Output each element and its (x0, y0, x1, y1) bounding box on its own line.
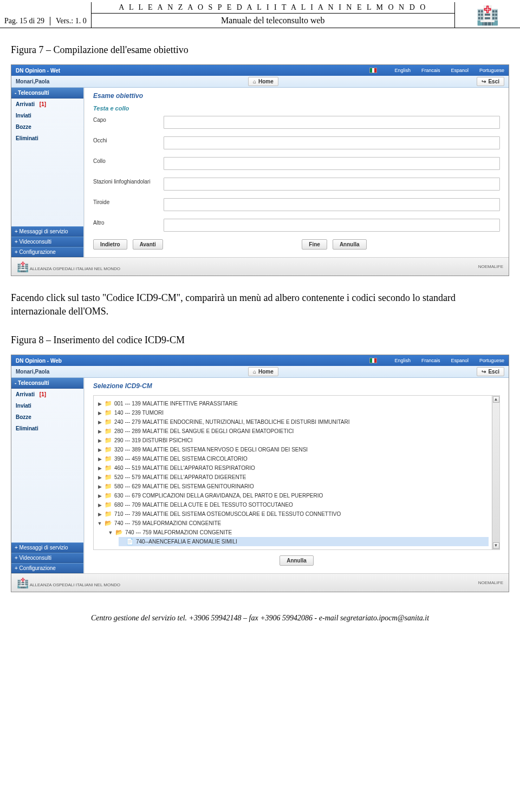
tree-row[interactable]: ▶📁460 --- 519 MALATTIE DELL'APPARATO RES… (97, 463, 489, 473)
field-tiroide: Tiroide (93, 198, 500, 211)
sidebar-item-eliminati[interactable]: Eliminati (11, 423, 83, 434)
annulla-button[interactable]: Annulla (333, 239, 367, 250)
scrollbar[interactable]: ▲ ▼ (492, 396, 499, 549)
tree-label: 710 --- 739 MALATTIE DEL SISTEMA OSTEOMU… (114, 511, 341, 517)
field-input-capo[interactable] (164, 116, 500, 129)
tree-row[interactable]: ▶📁240 --- 279 MALATTIE ENDOCRINE, NUTRIZ… (97, 417, 489, 427)
user-name: Monari,Paola (16, 369, 49, 375)
lang-francais[interactable]: Francais (421, 68, 440, 73)
button-row: Indietro Avanti Fine Annulla (93, 239, 500, 250)
sidebar-item-inviati[interactable]: Inviati (11, 110, 83, 121)
arrow-right-icon: ▶ (97, 502, 102, 508)
sidebar-item-arrivati[interactable]: Arrivati [1] (11, 99, 83, 110)
folder-icon: 📁 (105, 501, 112, 508)
org-name: A L L E A N Z A O S P E D A L I I T A L … (92, 2, 454, 14)
tree-row[interactable]: ▶📁580 --- 629 MALATTIE DEL SISTEMA GENIT… (97, 482, 489, 491)
tree-row[interactable]: ▶📁140 --- 239 TUMORI (97, 408, 489, 417)
page-header: Pag. 15 di 29 Vers.: 1. 0 A L L E A N Z … (0, 0, 520, 28)
tree-row-leaf-selected[interactable]: 📄740--ANENCEFALIA E ANOMALIE SIMILI (119, 537, 489, 546)
lang-espanol[interactable]: Espanol (451, 68, 469, 73)
folder-icon: 📁 (105, 437, 112, 444)
sidebar-expand-video[interactable]: + Videoconsulti (11, 553, 83, 563)
folder-open-icon: 📂 (115, 529, 123, 536)
exit-button[interactable]: ↪ Esci (477, 77, 504, 86)
org-logo-icon: 🏥 (476, 4, 499, 26)
folder-icon: 📁 (105, 455, 112, 462)
tree-label: 240 --- 279 MALATTIE ENDOCRINE, NUTRIZIO… (114, 419, 350, 425)
tree-row[interactable]: ▶📁630 --- 679 COMPLICAZIONI DELLA GRAVID… (97, 491, 489, 500)
lang-portuguese[interactable]: Portuguese (479, 68, 504, 73)
sidebar-head-teleconsulti[interactable]: - Teleconsulti (11, 88, 83, 99)
scroll-down-icon[interactable]: ▼ (493, 542, 499, 549)
exit-icon: ↪ (482, 369, 486, 375)
field-label: Collo (93, 157, 164, 164)
lang-portuguese[interactable]: Portuguese (479, 358, 504, 363)
footer-bar: 🏥 ALLEANZA OSPEDALI ITALIANI NEL MONDO N… (11, 573, 509, 592)
annulla-button[interactable]: Annulla (280, 555, 314, 566)
sidebar-expand-messaggi[interactable]: + Messaggi di servizio (11, 542, 83, 553)
page-header-mid: A L L E A N Z A O S P E D A L I I T A L … (92, 2, 455, 28)
tree-label: 740--ANENCEFALIA E ANOMALIE SIMILI (136, 539, 237, 545)
tree-row[interactable]: ▶📁280 --- 289 MALATTIE DEL SANGUE E DEGL… (97, 427, 489, 436)
button-row: Annulla (93, 555, 500, 566)
layout: - Teleconsulti Arrivati [1] Inviati Bozz… (11, 378, 509, 573)
lang-english[interactable]: English (394, 358, 411, 363)
tree-label: 280 --- 289 MALATTIE DEL SANGUE E DEGLI … (114, 428, 294, 434)
tree-row-sub[interactable]: ▼📂740 --- 759 MALFORMAZIONI CONGENITE (108, 528, 489, 537)
field-input-altro[interactable] (164, 219, 500, 232)
tree-row[interactable]: ▶📁680 --- 709 MALATTIE DELLA CUTE E DEL … (97, 500, 489, 509)
footer-logo-icon: 🏥 (17, 261, 29, 272)
page-header-logo: 🏥 (455, 2, 520, 28)
sidebar-item-eliminati[interactable]: Eliminati (11, 133, 83, 144)
tree-row[interactable]: ▶📁320 --- 389 MALATTIE DEL SISTEMA NERVO… (97, 445, 489, 454)
avanti-button[interactable]: Avanti (133, 239, 163, 250)
sidebar-item-arrivati[interactable]: Arrivati [1] (11, 389, 83, 400)
sidebar-head-teleconsulti[interactable]: - Teleconsulti (11, 378, 83, 389)
tree-row[interactable]: ▶📁001 --- 139 MALATTIE INFETTIVE PARASSI… (97, 399, 489, 408)
field-occhi: Occhi (93, 136, 500, 149)
flag-italy-icon (369, 358, 377, 363)
tree-label: 460 --- 519 MALATTIE DELL'APPARATO RESPI… (114, 465, 255, 471)
app-title: DN Opinion - Web (16, 358, 62, 364)
field-input-tiroide[interactable] (164, 198, 500, 211)
home-label: Home (258, 78, 274, 84)
indietro-button[interactable]: Indietro (93, 239, 127, 250)
tree-row[interactable]: ▶📁710 --- 739 MALATTIE DEL SISTEMA OSTEO… (97, 509, 489, 519)
sidebar-item-bozze[interactable]: Bozze (11, 411, 83, 423)
field-input-stazioni[interactable] (164, 178, 500, 191)
lang-english[interactable]: English (394, 68, 411, 73)
lang-francais[interactable]: Francais (421, 358, 440, 363)
folder-icon: 📁 (105, 446, 112, 453)
fine-button[interactable]: Fine (302, 239, 327, 250)
tree-row[interactable]: ▶📁390 --- 459 MALATTIE DEL SISTEMA CIRCO… (97, 454, 489, 463)
version: Vers.: 1. 0 (50, 17, 87, 25)
flag-italy-icon (369, 68, 377, 73)
sidebar-expand-config[interactable]: + Configurazione (11, 247, 83, 257)
sidebar-expand-messaggi[interactable]: + Messaggi di servizio (11, 226, 83, 237)
home-button[interactable]: ⌂ Home (248, 367, 278, 376)
tree-row[interactable]: ▶📁290 --- 319 DISTURBI PSICHICI (97, 436, 489, 445)
sidebar-item-bozze[interactable]: Bozze (11, 121, 83, 133)
sidebar-item-inviati[interactable]: Inviati (11, 400, 83, 411)
exit-label: Esci (488, 369, 499, 375)
arrow-right-icon: ▶ (97, 475, 102, 480)
page-footer: Centro gestione del servizio tel. +3906 … (0, 614, 520, 623)
content-title: Esame obiettivo (93, 92, 500, 100)
home-button[interactable]: ⌂ Home (248, 77, 278, 86)
field-input-collo[interactable] (164, 157, 500, 170)
tree-label: 580 --- 629 MALATTIE DEL SISTEMA GENITOU… (114, 483, 254, 489)
sidebar-expand-config[interactable]: + Configurazione (11, 563, 83, 573)
screenshot-figure8: DN Opinion - Web English Francais Espano… (11, 355, 509, 592)
tree-row-expanded[interactable]: ▼📂740 --- 759 MALFORMAZIONI CONGENITE (97, 519, 489, 528)
sidebar-expand-video[interactable]: + Videoconsulti (11, 237, 83, 247)
scroll-up-icon[interactable]: ▲ (493, 396, 499, 403)
sidebar: - Teleconsulti Arrivati [1] Inviati Bozz… (11, 88, 84, 257)
tree-row[interactable]: ▶📁520 --- 579 MALATTIE DELL'APPARATO DIG… (97, 473, 489, 482)
footer-logo-left: 🏥 ALLEANZA OSPEDALI ITALIANI NEL MONDO (17, 261, 120, 273)
lang-espanol[interactable]: Espanol (451, 358, 469, 363)
tree-label: 320 --- 389 MALATTIE DEL SISTEMA NERVOSO… (114, 447, 308, 453)
exit-button[interactable]: ↪ Esci (477, 367, 504, 376)
field-input-occhi[interactable] (164, 136, 500, 149)
field-label: Occhi (93, 136, 164, 143)
arrow-down-icon: ▼ (97, 521, 102, 526)
